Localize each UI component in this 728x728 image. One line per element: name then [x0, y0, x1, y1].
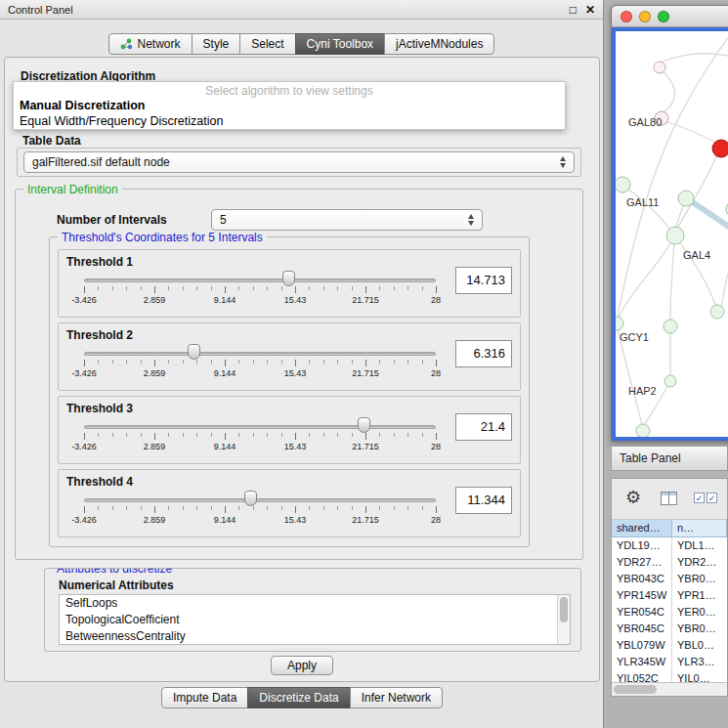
threshold-2-value-field[interactable]: 6.316 — [455, 340, 512, 367]
threshold-1-value-field[interactable]: 14.713 — [455, 267, 512, 294]
network-node[interactable] — [664, 320, 677, 333]
slider-track[interactable] — [84, 498, 436, 502]
attributes-group-title: Attributes to discretize — [53, 568, 176, 576]
tab-style[interactable]: Style — [192, 33, 241, 55]
tab-cyni-toolbox-label: Cyni Toolbox — [307, 37, 373, 51]
column-visibility-icons[interactable]: ✓ ✓ — [694, 492, 717, 503]
cell[interactable]: YDR2… — [672, 554, 727, 571]
cell[interactable]: YBR0… — [672, 621, 727, 637]
gear-icon[interactable]: ⚙ — [625, 488, 641, 507]
cell[interactable]: YBR043C — [612, 571, 672, 587]
zoom-traffic-light[interactable] — [658, 11, 669, 22]
network-node-gal4[interactable] — [666, 227, 684, 244]
list-item[interactable]: SelfLoops — [60, 595, 570, 612]
network-node[interactable] — [636, 424, 650, 438]
tab-impute-data[interactable]: Impute Data — [161, 687, 248, 708]
cell[interactable]: YBR0… — [672, 571, 727, 587]
dropdown-item-manual-discretization[interactable]: Manual Discretization — [14, 98, 565, 113]
network-node-hap2[interactable] — [664, 375, 676, 387]
cell[interactable]: YBR045C — [612, 621, 672, 637]
tab-jactivemnodules[interactable]: jActiveMNodules — [384, 33, 494, 55]
cell[interactable]: YBL079W — [612, 637, 672, 654]
threshold-1-panel: Threshold 1 -3.426 2.859 9.144 15.43 21.… — [58, 249, 521, 318]
cell[interactable]: YLR3… — [672, 654, 727, 670]
cell[interactable]: YER054C — [612, 604, 672, 621]
tab-network[interactable]: Network — [108, 33, 193, 55]
table-row[interactable]: YDR27…YDR2… — [612, 554, 727, 571]
table-row[interactable]: YDL19…YDL1… — [612, 537, 727, 554]
selected-node[interactable] — [712, 140, 728, 157]
tab-select[interactable]: Select — [239, 33, 295, 55]
scrollbar-thumb[interactable] — [560, 597, 568, 622]
table-row[interactable]: YBR045CYBR0… — [612, 621, 727, 637]
tab-infer-network[interactable]: Infer Network — [350, 687, 443, 708]
algorithm-dropdown-popup: Select algorithm to view settings Manual… — [13, 81, 566, 130]
slider-track[interactable] — [84, 425, 436, 429]
table-row[interactable]: YPR145WYPR1… — [612, 587, 727, 604]
network-node[interactable] — [616, 177, 630, 193]
cell[interactable]: YLR345W — [612, 654, 672, 670]
cell[interactable]: YDL1… — [672, 537, 727, 554]
scale-label: -3.426 — [61, 515, 107, 525]
scale-label: 21.715 — [342, 515, 389, 525]
network-view-window: GAL80 GAL11 GAL4 GCY1 HAP2 — [611, 5, 728, 442]
network-window-titlebar[interactable] — [612, 6, 728, 27]
threshold-2-slider[interactable]: -3.426 2.859 9.144 15.43 21.715 28 — [84, 343, 438, 386]
tab-discretize-data-label: Discretize Data — [259, 691, 338, 705]
network-node-gcy1[interactable] — [616, 317, 623, 330]
network-node[interactable] — [654, 62, 665, 73]
thresholds-group: Threshold's Coordinates for 5 Intervals … — [49, 236, 530, 547]
threshold-4-value-field[interactable]: 11.344 — [455, 487, 512, 514]
table-data-combobox[interactable]: galFiltered.sif default node — [23, 151, 575, 173]
dropdown-item-equal-width[interactable]: Equal Width/Frequency Discretization — [14, 113, 565, 129]
cell[interactable]: YER0… — [672, 604, 727, 621]
tab-cyni-toolbox[interactable]: Cyni Toolbox — [295, 33, 385, 55]
cell[interactable]: YPR1… — [672, 587, 727, 604]
list-scrollbar[interactable] — [557, 595, 570, 644]
list-item[interactable]: TopologicalCoefficient — [60, 612, 570, 628]
slider-thumb[interactable] — [188, 344, 200, 360]
slider-thumb[interactable] — [358, 417, 370, 433]
threshold-4-slider[interactable]: -3.426 2.859 9.144 15.43 21.715 28 — [84, 490, 438, 533]
table-row[interactable]: YER054CYER0… — [612, 604, 727, 621]
table-row[interactable]: YBR043CYBR0… — [612, 571, 727, 587]
cell[interactable]: YDL19… — [612, 537, 672, 554]
slider-thumb[interactable] — [282, 271, 295, 286]
close-traffic-light[interactable] — [621, 11, 632, 22]
cell[interactable]: YBL0… — [672, 637, 727, 654]
minimize-traffic-light[interactable] — [639, 11, 651, 22]
float-window-icon[interactable]: □ — [570, 4, 577, 16]
cell[interactable]: YDR27… — [612, 554, 672, 571]
tab-discretize-data[interactable]: Discretize Data — [247, 687, 350, 708]
cell[interactable]: YPR145W — [612, 587, 672, 604]
close-icon[interactable]: ✕ — [585, 4, 595, 16]
column-selector-icon[interactable] — [661, 492, 677, 505]
network-canvas[interactable]: GAL80 GAL11 GAL4 GCY1 HAP2 — [612, 27, 728, 441]
network-node-gal11[interactable] — [678, 191, 694, 206]
scale-label: -3.426 — [61, 368, 107, 378]
slider-track[interactable] — [84, 352, 436, 356]
list-item[interactable]: BetweennessCentrality — [60, 628, 570, 645]
threshold-3-value-field[interactable]: 21.4 — [455, 413, 512, 441]
slider-thumb[interactable] — [244, 491, 257, 506]
scale-label: 9.144 — [201, 515, 248, 525]
table-data-group: galFiltered.sif default node — [17, 148, 581, 177]
column-header-name[interactable]: n… — [672, 520, 727, 537]
slider-track[interactable] — [84, 278, 436, 282]
threshold-1-slider[interactable]: -3.426 2.859 9.144 15.43 21.715 28 — [84, 270, 438, 313]
table-row[interactable]: YBL079WYBL0… — [612, 637, 727, 654]
apply-button[interactable]: Apply — [271, 656, 333, 675]
horizontal-scrollbar[interactable] — [612, 682, 727, 696]
threshold-3-slider[interactable]: -3.426 2.859 9.144 15.43 21.715 28 — [84, 416, 438, 459]
algorithm-combo-placeholder: Select algorithm to view settings — [14, 82, 565, 98]
column-header-shared-name[interactable]: shared… — [612, 520, 672, 537]
scale-label: 15.43 — [272, 442, 319, 451]
checkbox-icon[interactable]: ✓ — [694, 492, 705, 503]
scale-label: 9.144 — [201, 295, 248, 305]
number-of-intervals-combobox[interactable]: 5 — [211, 209, 483, 231]
table-rows: YDL19…YDL1… YDR27…YDR2… YBR043CYBR0… YPR… — [612, 537, 727, 696]
network-node[interactable] — [710, 305, 724, 319]
table-row[interactable]: YLR345WYLR3… — [612, 654, 727, 670]
scrollbar-thumb[interactable] — [614, 685, 657, 694]
checkbox-icon[interactable]: ✓ — [707, 492, 717, 503]
